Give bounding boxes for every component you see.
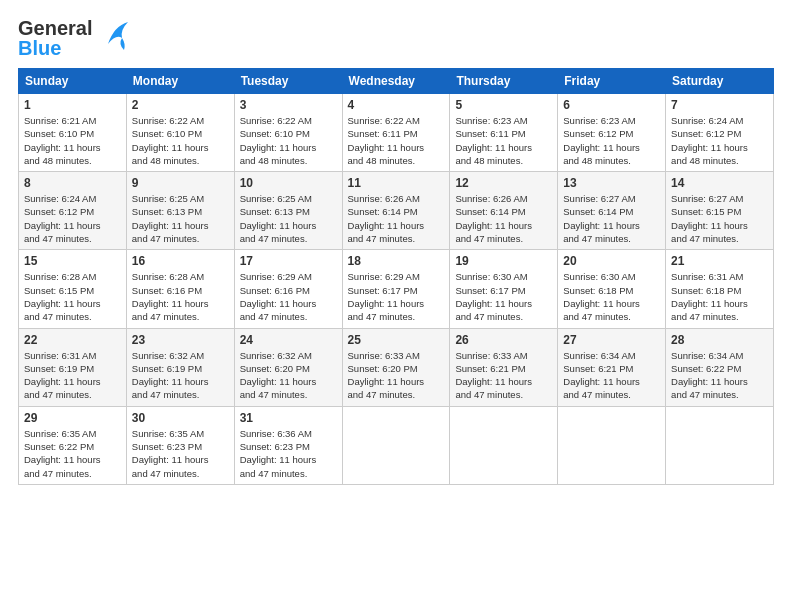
sunset-label: Sunset: 6:12 PM bbox=[563, 128, 633, 139]
day-info: Sunrise: 6:29 AM Sunset: 6:16 PM Dayligh… bbox=[240, 270, 337, 323]
sunset-label: Sunset: 6:13 PM bbox=[132, 206, 202, 217]
day-info: Sunrise: 6:30 AM Sunset: 6:18 PM Dayligh… bbox=[563, 270, 660, 323]
day-number: 2 bbox=[132, 98, 229, 112]
daylight-label: Daylight: 11 hoursand 48 minutes. bbox=[671, 142, 748, 166]
sunrise-label: Sunrise: 6:29 AM bbox=[348, 271, 420, 282]
day-info: Sunrise: 6:23 AM Sunset: 6:11 PM Dayligh… bbox=[455, 114, 552, 167]
sunrise-label: Sunrise: 6:27 AM bbox=[563, 193, 635, 204]
sunset-label: Sunset: 6:17 PM bbox=[348, 285, 418, 296]
day-number: 25 bbox=[348, 333, 445, 347]
sunrise-label: Sunrise: 6:26 AM bbox=[348, 193, 420, 204]
header-wednesday: Wednesday bbox=[342, 69, 450, 94]
sunrise-label: Sunrise: 6:24 AM bbox=[671, 115, 743, 126]
empty-cell bbox=[342, 406, 450, 484]
day-info: Sunrise: 6:22 AM Sunset: 6:11 PM Dayligh… bbox=[348, 114, 445, 167]
day-cell-14: 14 Sunrise: 6:27 AM Sunset: 6:15 PM Dayl… bbox=[666, 172, 774, 250]
day-cell-3: 3 Sunrise: 6:22 AM Sunset: 6:10 PM Dayli… bbox=[234, 94, 342, 172]
day-info: Sunrise: 6:29 AM Sunset: 6:17 PM Dayligh… bbox=[348, 270, 445, 323]
sunset-label: Sunset: 6:21 PM bbox=[563, 363, 633, 374]
sunrise-label: Sunrise: 6:23 AM bbox=[563, 115, 635, 126]
day-info: Sunrise: 6:33 AM Sunset: 6:21 PM Dayligh… bbox=[455, 349, 552, 402]
day-cell-24: 24 Sunrise: 6:32 AM Sunset: 6:20 PM Dayl… bbox=[234, 328, 342, 406]
sunset-label: Sunset: 6:10 PM bbox=[132, 128, 202, 139]
daylight-label: Daylight: 11 hoursand 48 minutes. bbox=[563, 142, 640, 166]
sunset-label: Sunset: 6:15 PM bbox=[671, 206, 741, 217]
day-info: Sunrise: 6:22 AM Sunset: 6:10 PM Dayligh… bbox=[132, 114, 229, 167]
day-cell-23: 23 Sunrise: 6:32 AM Sunset: 6:19 PM Dayl… bbox=[126, 328, 234, 406]
daylight-label: Daylight: 11 hoursand 47 minutes. bbox=[132, 454, 209, 478]
daylight-label: Daylight: 11 hoursand 48 minutes. bbox=[24, 142, 101, 166]
day-info: Sunrise: 6:28 AM Sunset: 6:15 PM Dayligh… bbox=[24, 270, 121, 323]
day-cell-25: 25 Sunrise: 6:33 AM Sunset: 6:20 PM Dayl… bbox=[342, 328, 450, 406]
sunrise-label: Sunrise: 6:33 AM bbox=[348, 350, 420, 361]
sunset-label: Sunset: 6:15 PM bbox=[24, 285, 94, 296]
sunrise-label: Sunrise: 6:23 AM bbox=[455, 115, 527, 126]
daylight-label: Daylight: 11 hoursand 47 minutes. bbox=[24, 220, 101, 244]
day-cell-15: 15 Sunrise: 6:28 AM Sunset: 6:15 PM Dayl… bbox=[19, 250, 127, 328]
sunset-label: Sunset: 6:23 PM bbox=[240, 441, 310, 452]
sunset-label: Sunset: 6:12 PM bbox=[24, 206, 94, 217]
sunrise-label: Sunrise: 6:35 AM bbox=[132, 428, 204, 439]
empty-cell bbox=[450, 406, 558, 484]
logo-bird-icon bbox=[100, 16, 132, 56]
day-number: 23 bbox=[132, 333, 229, 347]
sunrise-label: Sunrise: 6:28 AM bbox=[132, 271, 204, 282]
day-cell-26: 26 Sunrise: 6:33 AM Sunset: 6:21 PM Dayl… bbox=[450, 328, 558, 406]
daylight-label: Daylight: 11 hoursand 47 minutes. bbox=[455, 220, 532, 244]
sunset-label: Sunset: 6:12 PM bbox=[671, 128, 741, 139]
day-info: Sunrise: 6:34 AM Sunset: 6:22 PM Dayligh… bbox=[671, 349, 768, 402]
sunset-label: Sunset: 6:10 PM bbox=[240, 128, 310, 139]
calendar-week-3: 22 Sunrise: 6:31 AM Sunset: 6:19 PM Dayl… bbox=[19, 328, 774, 406]
day-cell-31: 31 Sunrise: 6:36 AM Sunset: 6:23 PM Dayl… bbox=[234, 406, 342, 484]
daylight-label: Daylight: 11 hoursand 47 minutes. bbox=[240, 376, 317, 400]
day-info: Sunrise: 6:24 AM Sunset: 6:12 PM Dayligh… bbox=[24, 192, 121, 245]
sunrise-label: Sunrise: 6:26 AM bbox=[455, 193, 527, 204]
logo-general: General bbox=[18, 18, 92, 38]
daylight-label: Daylight: 11 hoursand 47 minutes. bbox=[240, 220, 317, 244]
sunset-label: Sunset: 6:18 PM bbox=[563, 285, 633, 296]
sunset-label: Sunset: 6:19 PM bbox=[24, 363, 94, 374]
sunset-label: Sunset: 6:23 PM bbox=[132, 441, 202, 452]
sunrise-label: Sunrise: 6:22 AM bbox=[240, 115, 312, 126]
day-number: 7 bbox=[671, 98, 768, 112]
day-number: 30 bbox=[132, 411, 229, 425]
daylight-label: Daylight: 11 hoursand 48 minutes. bbox=[455, 142, 532, 166]
calendar-week-2: 15 Sunrise: 6:28 AM Sunset: 6:15 PM Dayl… bbox=[19, 250, 774, 328]
day-cell-13: 13 Sunrise: 6:27 AM Sunset: 6:14 PM Dayl… bbox=[558, 172, 666, 250]
daylight-label: Daylight: 11 hoursand 47 minutes. bbox=[671, 298, 748, 322]
day-cell-5: 5 Sunrise: 6:23 AM Sunset: 6:11 PM Dayli… bbox=[450, 94, 558, 172]
logo: General Blue bbox=[18, 18, 132, 58]
sunrise-label: Sunrise: 6:31 AM bbox=[671, 271, 743, 282]
sunset-label: Sunset: 6:11 PM bbox=[348, 128, 418, 139]
day-cell-9: 9 Sunrise: 6:25 AM Sunset: 6:13 PM Dayli… bbox=[126, 172, 234, 250]
sunrise-label: Sunrise: 6:27 AM bbox=[671, 193, 743, 204]
header-tuesday: Tuesday bbox=[234, 69, 342, 94]
day-info: Sunrise: 6:28 AM Sunset: 6:16 PM Dayligh… bbox=[132, 270, 229, 323]
day-info: Sunrise: 6:30 AM Sunset: 6:17 PM Dayligh… bbox=[455, 270, 552, 323]
daylight-label: Daylight: 11 hoursand 47 minutes. bbox=[348, 376, 425, 400]
sunrise-label: Sunrise: 6:28 AM bbox=[24, 271, 96, 282]
sunset-label: Sunset: 6:10 PM bbox=[24, 128, 94, 139]
day-info: Sunrise: 6:26 AM Sunset: 6:14 PM Dayligh… bbox=[455, 192, 552, 245]
day-info: Sunrise: 6:26 AM Sunset: 6:14 PM Dayligh… bbox=[348, 192, 445, 245]
sunrise-label: Sunrise: 6:30 AM bbox=[563, 271, 635, 282]
day-cell-11: 11 Sunrise: 6:26 AM Sunset: 6:14 PM Dayl… bbox=[342, 172, 450, 250]
day-cell-10: 10 Sunrise: 6:25 AM Sunset: 6:13 PM Dayl… bbox=[234, 172, 342, 250]
sunset-label: Sunset: 6:11 PM bbox=[455, 128, 525, 139]
sunrise-label: Sunrise: 6:34 AM bbox=[563, 350, 635, 361]
day-cell-4: 4 Sunrise: 6:22 AM Sunset: 6:11 PM Dayli… bbox=[342, 94, 450, 172]
sunrise-label: Sunrise: 6:21 AM bbox=[24, 115, 96, 126]
day-cell-1: 1 Sunrise: 6:21 AM Sunset: 6:10 PM Dayli… bbox=[19, 94, 127, 172]
sunrise-label: Sunrise: 6:29 AM bbox=[240, 271, 312, 282]
day-info: Sunrise: 6:35 AM Sunset: 6:22 PM Dayligh… bbox=[24, 427, 121, 480]
daylight-label: Daylight: 11 hoursand 47 minutes. bbox=[563, 376, 640, 400]
header-thursday: Thursday bbox=[450, 69, 558, 94]
sunrise-label: Sunrise: 6:22 AM bbox=[348, 115, 420, 126]
day-info: Sunrise: 6:22 AM Sunset: 6:10 PM Dayligh… bbox=[240, 114, 337, 167]
calendar-week-1: 8 Sunrise: 6:24 AM Sunset: 6:12 PM Dayli… bbox=[19, 172, 774, 250]
day-info: Sunrise: 6:32 AM Sunset: 6:19 PM Dayligh… bbox=[132, 349, 229, 402]
daylight-label: Daylight: 11 hoursand 47 minutes. bbox=[455, 376, 532, 400]
day-info: Sunrise: 6:32 AM Sunset: 6:20 PM Dayligh… bbox=[240, 349, 337, 402]
sunset-label: Sunset: 6:18 PM bbox=[671, 285, 741, 296]
day-cell-6: 6 Sunrise: 6:23 AM Sunset: 6:12 PM Dayli… bbox=[558, 94, 666, 172]
